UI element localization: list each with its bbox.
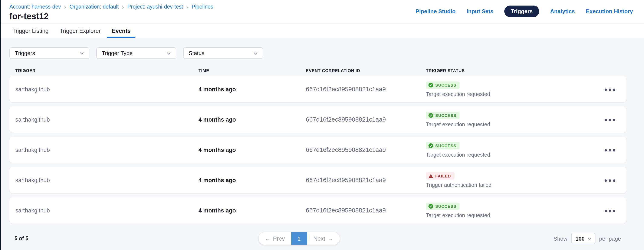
- prev-label: Prev: [273, 235, 285, 242]
- table-row[interactable]: sarthakgithub 4 months ago 667d16f2ec895…: [9, 137, 626, 163]
- check-circle-icon: [428, 204, 433, 208]
- chevron-down-icon: [254, 52, 258, 54]
- status-label: SUCCESS: [435, 113, 456, 117]
- page-header: Account: harness-dev›Organization: defau…: [0, 0, 644, 24]
- module-nav-execution-history[interactable]: Execution History: [586, 8, 633, 15]
- event-time: 4 months ago: [198, 86, 306, 92]
- warning-triangle-icon: [428, 173, 433, 178]
- trigger-status-cell: SUCCESS Target execution requested: [426, 142, 600, 158]
- trigger-status-cell: SUCCESS Target execution requested: [426, 111, 600, 127]
- breadcrumb-link[interactable]: Project: ayushi-dev-test: [127, 4, 183, 10]
- per-page-label: per page: [599, 235, 621, 242]
- chevron-right-icon: ›: [64, 4, 66, 10]
- event-time: 4 months ago: [198, 177, 306, 183]
- next-label: Next: [314, 235, 326, 242]
- chevron-right-icon: ›: [122, 4, 124, 10]
- more-options-icon[interactable]: ●●●: [603, 145, 618, 154]
- status-detail: Trigger authentication failed: [426, 182, 492, 188]
- status-badge: SUCCESS: [426, 202, 460, 210]
- show-label: Show: [554, 235, 567, 242]
- filter-dropdown-triggers[interactable]: Triggers: [9, 47, 90, 59]
- status-detail: Target execution requested: [426, 212, 490, 218]
- content-area: TriggersTrigger TypeStatus TRIGGER TIME …: [0, 38, 644, 245]
- column-header-event-correlation-id: EVENT CORRELATION ID: [306, 68, 426, 73]
- table-header-row: TRIGGER TIME EVENT CORRELATION ID TRIGGE…: [9, 65, 626, 76]
- event-correlation-id: 667d16f2ec895908821c1aa9: [306, 86, 426, 93]
- column-header-trigger-status: TRIGGER STATUS: [426, 68, 600, 73]
- arrow-left-icon: ←: [265, 236, 270, 241]
- trigger-name: sarthakgithub: [15, 86, 198, 92]
- status-label: FAILED: [435, 173, 451, 178]
- trigger-name: sarthakgithub: [15, 177, 198, 183]
- check-circle-icon: [428, 143, 433, 148]
- status-label: SUCCESS: [435, 143, 456, 148]
- status-badge: SUCCESS: [426, 142, 460, 149]
- status-label: SUCCESS: [435, 83, 456, 87]
- event-time: 4 months ago: [198, 116, 306, 123]
- page: Account: harness-dev›Organization: defau…: [0, 0, 644, 250]
- page-size-select[interactable]: 100: [571, 233, 595, 244]
- row-actions: ●●●: [600, 85, 620, 94]
- filter-label: Trigger Type: [102, 50, 133, 56]
- filter-dropdown-status[interactable]: Status: [183, 47, 263, 59]
- breadcrumb-link[interactable]: Account: harness-dev: [9, 4, 61, 10]
- check-circle-icon: [428, 113, 433, 117]
- filter-label: Status: [189, 50, 204, 56]
- event-time: 4 months ago: [198, 147, 306, 153]
- more-options-icon[interactable]: ●●●: [603, 176, 618, 185]
- breadcrumb-link[interactable]: Organization: default: [70, 4, 119, 10]
- arrow-right-icon: →: [328, 236, 333, 241]
- module-nav-analytics[interactable]: Analytics: [550, 8, 575, 15]
- filter-dropdown-trigger-type[interactable]: Trigger Type: [96, 47, 176, 59]
- check-circle-icon: [428, 83, 433, 87]
- trigger-status-cell: SUCCESS Target execution requested: [426, 202, 600, 218]
- page-size-control: Show 100 per page: [554, 233, 621, 244]
- trigger-name: sarthakgithub: [15, 147, 198, 153]
- status-badge: FAILED: [426, 172, 454, 179]
- pagination-summary: 5 of 5: [14, 235, 28, 241]
- column-header-trigger: TRIGGER: [15, 68, 198, 73]
- chevron-right-icon: ›: [186, 4, 188, 10]
- tab-bar: Trigger ListingTrigger ExplorerEvents: [0, 24, 644, 38]
- trigger-status-cell: FAILED Trigger authentication failed: [426, 172, 600, 188]
- more-options-icon[interactable]: ●●●: [603, 206, 618, 215]
- event-correlation-id: 667d16f2ec895908821c1aa9: [306, 116, 426, 123]
- more-options-icon[interactable]: ●●●: [603, 85, 618, 94]
- more-options-icon[interactable]: ●●●: [603, 115, 618, 124]
- table-body: sarthakgithub 4 months ago 667d16f2ec895…: [9, 76, 626, 223]
- tab-trigger-explorer[interactable]: Trigger Explorer: [54, 24, 106, 38]
- pagination-footer: 5 of 5 ← Prev 1 Next → Show 100: [9, 232, 626, 245]
- event-correlation-id: 667d16f2ec895908821c1aa9: [306, 146, 426, 153]
- table-row[interactable]: sarthakgithub 4 months ago 667d16f2ec895…: [9, 197, 626, 223]
- breadcrumb-link[interactable]: Pipelines: [192, 4, 213, 10]
- trigger-name: sarthakgithub: [15, 116, 198, 123]
- module-nav: Pipeline StudioInput SetsTriggersAnalyti…: [416, 6, 633, 17]
- event-correlation-id: 667d16f2ec895908821c1aa9: [306, 177, 426, 183]
- filter-label: Triggers: [15, 50, 35, 56]
- row-actions: ●●●: [600, 115, 620, 124]
- module-nav-triggers[interactable]: Triggers: [504, 6, 539, 17]
- next-page-button[interactable]: Next →: [307, 232, 340, 245]
- trigger-name: sarthakgithub: [15, 207, 198, 213]
- column-header-time: TIME: [198, 68, 306, 73]
- row-actions: ●●●: [600, 145, 620, 154]
- status-detail: Target execution requested: [426, 152, 490, 158]
- pager: ← Prev 1 Next →: [258, 232, 340, 245]
- module-nav-pipeline-studio[interactable]: Pipeline Studio: [416, 8, 456, 15]
- status-badge: SUCCESS: [426, 111, 460, 119]
- table-row[interactable]: sarthakgithub 4 months ago 667d16f2ec895…: [9, 76, 626, 102]
- module-nav-input-sets[interactable]: Input Sets: [466, 8, 494, 15]
- tab-trigger-listing[interactable]: Trigger Listing: [7, 24, 54, 38]
- table-row[interactable]: sarthakgithub 4 months ago 667d16f2ec895…: [9, 106, 626, 133]
- prev-page-button[interactable]: ← Prev: [258, 232, 291, 245]
- row-actions: ●●●: [600, 176, 620, 185]
- trigger-status-cell: SUCCESS Target execution requested: [426, 81, 600, 97]
- event-time: 4 months ago: [198, 207, 306, 213]
- tab-events[interactable]: Events: [106, 24, 136, 38]
- page-number-button[interactable]: 1: [291, 232, 307, 245]
- status-badge: SUCCESS: [426, 81, 460, 88]
- table-row[interactable]: sarthakgithub 4 months ago 667d16f2ec895…: [9, 167, 626, 193]
- filter-bar: TriggersTrigger TypeStatus: [9, 47, 626, 59]
- chevron-down-icon: [166, 52, 171, 54]
- page-size-value: 100: [576, 235, 584, 242]
